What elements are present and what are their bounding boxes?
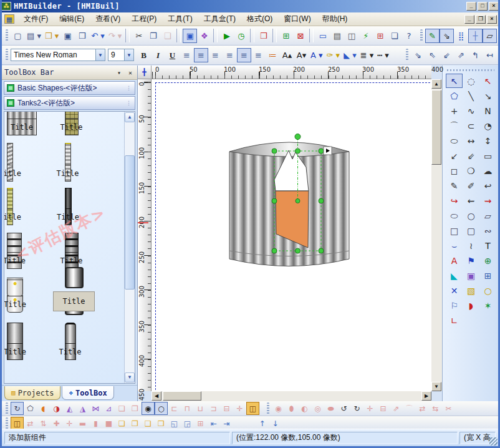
align-right[interactable]: ≡ [208,48,223,62]
pie-tool[interactable]: ◔ [479,119,496,133]
hyperlink-tool[interactable]: ⊕ [479,253,496,268]
tank-metal-thin[interactable]: Title [65,339,76,360]
space-across[interactable]: ⇄ [24,417,37,430]
make-same-size[interactable]: ◫ [11,417,24,430]
center-handle[interactable] [296,199,300,203]
menu-edit[interactable]: 编辑(E) [54,12,90,25]
tab-toolbox[interactable]: ❖ ToolBox [62,386,113,400]
fill-color[interactable]: ◣ ▾ [342,48,358,62]
highlight-color[interactable]: ✑ ▾ [325,48,342,62]
same-both[interactable]: ■ [102,417,115,430]
toolbox-scrollbar[interactable]: ▲ ▼ [124,112,135,383]
scroll-right-icon[interactable]: ▶ [421,391,431,401]
square-tool[interactable]: □ [446,223,463,238]
toolbar-grip[interactable] [6,49,8,61]
swap-direction[interactable]: ⇄ [416,402,429,415]
tank-metal-cylinder[interactable]: Title [7,339,23,360]
menu-tools[interactable]: 工具(T) [162,12,198,25]
canvas-hscrollbar[interactable]: ◀ ▶ [151,391,431,401]
menu-help[interactable]: 帮助(H) [317,12,353,25]
toolbar-grip[interactable] [6,417,8,430]
add-screen[interactable]: ⊞ [279,29,293,43]
underline[interactable]: U [165,48,180,62]
dimension-v-tool[interactable]: ↕ [479,134,496,148]
save-all[interactable]: ❒ [75,29,89,43]
align-top[interactable]: ⊓ [181,402,194,415]
font-name-combo[interactable]: Times New Roman ▼ [11,49,105,61]
leader-tool[interactable]: ↙ [446,149,463,163]
mdi-close-button[interactable]: × [487,15,497,24]
flyout-button[interactable] [324,147,332,155]
weld-shapes[interactable]: ◉ [272,402,285,415]
align-center[interactable]: ≡ [194,48,208,62]
font-decrease[interactable]: A▾ [294,48,309,62]
flip-vertical[interactable]: ⊿ [102,402,115,415]
center-vertical[interactable]: ✛ [63,417,76,430]
menu-file[interactable]: 文件(F) [18,12,54,25]
tank-thin-ladder[interactable]: Title [65,159,71,182]
group-objects[interactable]: ❏ [115,402,128,415]
toolbar-grip[interactable] [447,67,494,72]
pencil-tool[interactable]: ✎ [446,178,463,193]
flag-tool[interactable]: ⚑ [463,253,479,268]
copy[interactable]: ❐ [146,29,160,43]
print-preview[interactable]: ◫ [344,29,358,43]
bold[interactable]: B [137,48,151,62]
mdi-minimize-button[interactable]: _ [464,15,474,24]
save[interactable]: ▣ [60,29,75,43]
cut[interactable]: ✂ [132,29,146,43]
align-center[interactable]: ✛ [233,402,246,415]
tab-projects[interactable]: ▨ Projects [4,386,60,400]
star-burst-tool[interactable]: ✶ [479,298,496,313]
tank-ribbed-wide[interactable]: Title [7,114,37,135]
connector-up-right[interactable]: ⇗ [454,48,468,62]
rounded-rect-tool[interactable]: ▢ [463,223,479,238]
menu-toolbox[interactable]: 工具盒(T) [198,12,241,25]
redo[interactable]: ↷ ▾ [107,29,124,43]
callout-box-tool[interactable]: ▭ [479,149,496,163]
scroll-down-icon[interactable]: ▼ [125,373,135,382]
open-template[interactable]: ▤ ▾ [25,29,43,43]
align-middle[interactable]: ⊟ [220,402,233,415]
table-tool[interactable]: ⊞ [479,268,496,283]
double-arrow-tool[interactable]: ⇙ [463,149,479,163]
polyline-tool[interactable]: Ν [479,104,496,118]
align-right[interactable]: ⊐ [207,402,220,415]
font-increase[interactable]: A▴ [280,48,294,62]
open-project[interactable]: ❒ [256,29,271,43]
add-node[interactable]: ✛ [363,402,377,415]
scrollbar-thumb[interactable] [163,391,201,401]
text-tool[interactable]: T [479,238,496,253]
tank-thin-striped[interactable]: Title [7,159,13,182]
cross-tool[interactable]: + [446,104,463,118]
ungroup-objects[interactable]: ❐ [128,402,142,415]
poly-arrow-tool[interactable]: ↩ [479,178,496,193]
rich-text-tool[interactable]: A [446,253,463,268]
connector-end[interactable]: ↤ [483,48,497,62]
maximize-button[interactable]: □ [478,2,488,11]
menu-format[interactable]: 格式(O) [241,12,278,25]
dimension-h-tool[interactable]: ↔ [463,134,479,148]
chevron-down-icon[interactable]: ▼ [95,49,105,61]
menu-window[interactable]: 窗口(W) [278,12,316,25]
toolbar-grip[interactable] [406,49,408,61]
bring-forward[interactable]: ❑ [142,417,155,430]
panel-menu-icon[interactable]: ▾ [115,69,123,76]
select-plus-tool[interactable]: ↖ [479,74,496,88]
mirror-color-tool[interactable]: ◑ [50,402,63,415]
scrollbar-thumb[interactable] [431,90,441,165]
squiggle-tool[interactable]: ≀ [463,238,479,253]
rotate-tool[interactable]: ↻ [11,402,24,415]
space-down[interactable]: ⇅ [37,417,50,430]
tank-brick[interactable]: Title [65,114,79,135]
intersect-shapes[interactable]: ◎ [311,402,324,415]
run[interactable]: ▶ [219,29,234,43]
canvas-vscrollbar[interactable]: ▲ ▼ [431,79,442,391]
font-size-combo[interactable]: 9 ▼ [108,49,134,61]
menu-project[interactable]: 工程(P) [126,12,162,25]
join-nodes[interactable]: ⇆ [429,402,442,415]
unlock-object[interactable]: ○ [155,402,168,415]
separator[interactable] [176,29,181,42]
nudge-right[interactable]: ⇥ [220,417,233,430]
poly-arrow-2-tool[interactable]: ↪ [446,193,463,208]
